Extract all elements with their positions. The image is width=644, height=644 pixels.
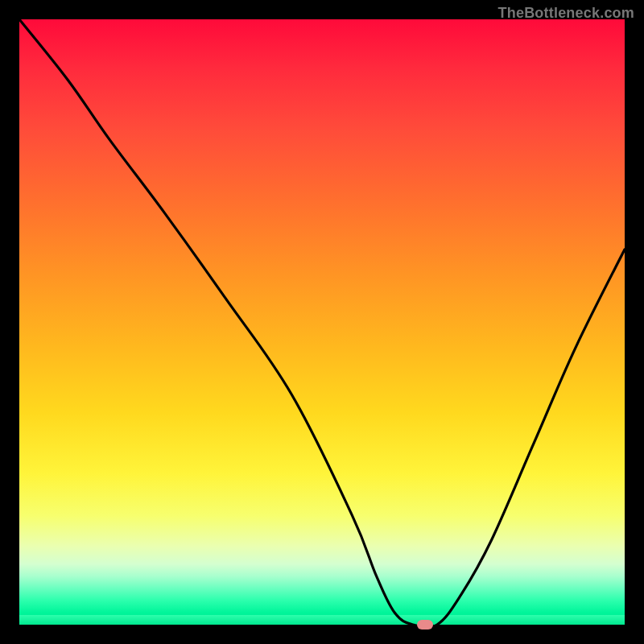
optimal-point-marker [417,620,433,630]
plot-area [19,19,625,625]
bottleneck-curve [19,19,625,625]
chart-frame: TheBottleneck.com [0,0,644,644]
watermark-text: TheBottleneck.com [498,5,634,22]
